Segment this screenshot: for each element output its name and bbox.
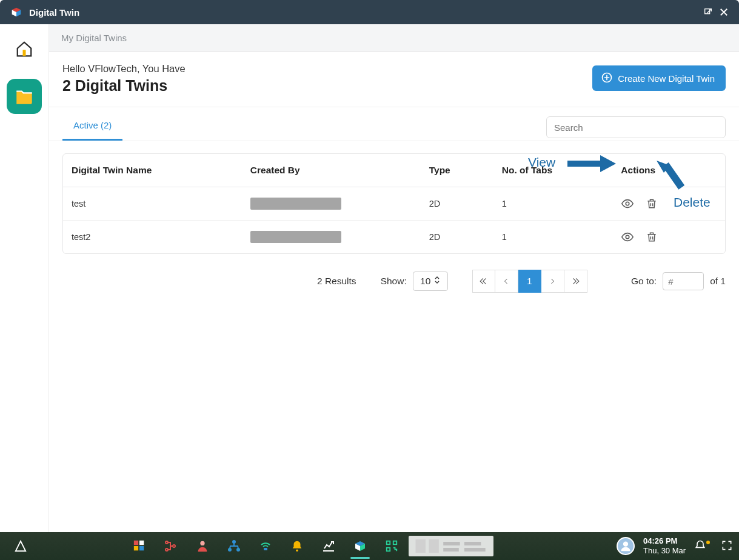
search-wrap (546, 116, 726, 138)
svg-rect-29 (393, 541, 397, 545)
goto-label: Go to: (631, 276, 657, 287)
svg-point-38 (706, 541, 710, 544)
create-new-button[interactable]: Create New Digital Twin (592, 65, 726, 91)
page-number-button[interactable]: 1 (518, 270, 541, 293)
page-last-button[interactable] (564, 270, 587, 293)
view-icon[interactable] (621, 197, 634, 210)
taskbar-wifi-icon[interactable] (251, 532, 280, 560)
results-count: 2 Results (317, 276, 356, 287)
svg-rect-28 (387, 541, 390, 545)
taskbar-user-icon[interactable] (188, 532, 217, 560)
taskbar-hierarchy-icon[interactable] (156, 532, 186, 560)
annotation-delete-arrow-icon (657, 161, 687, 197)
search-input[interactable] (546, 116, 726, 138)
avatar[interactable] (617, 537, 635, 555)
svg-point-22 (237, 548, 239, 551)
titlebar: Digital Twin (0, 0, 739, 24)
taskbar-qr-icon[interactable] (377, 532, 406, 560)
table-row: test2 2D 1 (63, 221, 725, 254)
svg-point-20 (233, 541, 235, 543)
content: My Digital Twins Hello VFlowTech, You Ha… (48, 24, 739, 532)
col-created-by: Created By (242, 154, 421, 187)
svg-point-37 (623, 542, 628, 547)
goto-box: Go to: of 1 (631, 272, 726, 290)
svg-rect-15 (139, 546, 144, 550)
svg-point-19 (200, 541, 204, 545)
cell-created-by (242, 221, 421, 254)
popout-icon[interactable] (700, 4, 716, 20)
tab-active[interactable]: Active (2) (62, 112, 122, 141)
taskbar-bell-icon[interactable] (283, 532, 312, 560)
svg-rect-14 (134, 546, 138, 550)
taskbar-filler (409, 536, 614, 556)
create-new-label: Create New Digital Twin (618, 73, 715, 84)
annotation-view-arrow-icon (567, 155, 616, 172)
pager: 1 (472, 270, 587, 293)
taskbar-app-grid-icon[interactable] (125, 532, 154, 560)
page-size-box: Show: 10 (381, 272, 448, 291)
cell-type: 2D (421, 187, 493, 221)
svg-point-11 (626, 235, 630, 239)
svg-rect-9 (663, 162, 684, 190)
svg-point-17 (166, 548, 168, 551)
taskbar-start-icon[interactable] (6, 532, 35, 560)
svg-marker-7 (600, 155, 616, 172)
cell-name: test2 (63, 221, 242, 254)
table-header-row: Digital Twin Name Created By Type No. of… (63, 154, 725, 187)
svg-rect-34 (443, 548, 459, 552)
greeting-text: Hello VFlowTech, You Have (62, 63, 186, 75)
taskbar-digitaltwin-icon[interactable] (346, 532, 375, 560)
main-area: My Digital Twins Hello VFlowTech, You Ha… (0, 24, 739, 532)
taskbar-right: 04:26 PM Thu, 30 Mar (617, 536, 733, 555)
cell-tabs: 1 (493, 187, 613, 221)
svg-point-18 (173, 545, 175, 547)
svg-rect-23 (264, 548, 267, 550)
app-logo-icon (10, 5, 23, 19)
view-icon[interactable] (621, 230, 634, 244)
svg-rect-6 (567, 161, 600, 167)
svg-rect-12 (134, 541, 138, 545)
tabs: Active (2) (62, 112, 122, 141)
col-type: Type (421, 154, 493, 187)
page-prev-button[interactable] (495, 270, 518, 293)
show-label: Show: (381, 276, 407, 287)
svg-point-16 (166, 541, 168, 544)
taskbar-org-icon[interactable] (219, 532, 249, 560)
table-row: test 2D 1 (63, 187, 725, 221)
plus-circle-icon (601, 72, 613, 85)
clock-date: Thu, 30 Mar (643, 546, 686, 556)
content-inner: Hello VFlowTech, You Have 2 Digital Twin… (49, 52, 739, 299)
page-next-button[interactable] (541, 270, 564, 293)
cell-name: test (63, 187, 242, 221)
taskbar-chart-icon[interactable] (314, 532, 343, 560)
rail-projects-button[interactable] (7, 79, 42, 114)
cell-tabs: 1 (493, 221, 613, 254)
delete-icon[interactable] (645, 197, 658, 210)
page-size-select[interactable]: 10 (413, 272, 448, 291)
taskbar-info-card (409, 536, 493, 556)
rail-home-button[interactable] (10, 35, 38, 63)
taskbar-notification-icon[interactable] (694, 539, 712, 553)
svg-rect-33 (443, 542, 460, 545)
taskbar-fullscreen-icon[interactable] (721, 539, 733, 553)
app-title: Digital Twin (29, 7, 79, 18)
svg-rect-4 (23, 50, 26, 56)
breadcrumb: My Digital Twins (49, 24, 739, 52)
svg-rect-30 (387, 548, 390, 552)
svg-rect-31 (415, 539, 425, 553)
left-rail (0, 24, 48, 532)
svg-point-10 (626, 202, 630, 205)
goto-of-text: of 1 (710, 276, 726, 287)
tabs-row: Active (2) (49, 107, 739, 141)
goto-input[interactable] (663, 272, 704, 290)
close-icon[interactable] (716, 4, 732, 20)
page-first-button[interactable] (472, 270, 495, 293)
svg-rect-32 (429, 539, 438, 553)
svg-point-24 (296, 550, 298, 552)
twins-table: Digital Twin Name Created By Type No. of… (62, 153, 726, 254)
taskbar-clock: 04:26 PM Thu, 30 Mar (643, 536, 686, 555)
cell-actions (612, 221, 725, 254)
page-header-left: Hello VFlowTech, You Have 2 Digital Twin… (62, 63, 186, 95)
redacted-block (250, 231, 341, 243)
delete-icon[interactable] (645, 230, 658, 244)
